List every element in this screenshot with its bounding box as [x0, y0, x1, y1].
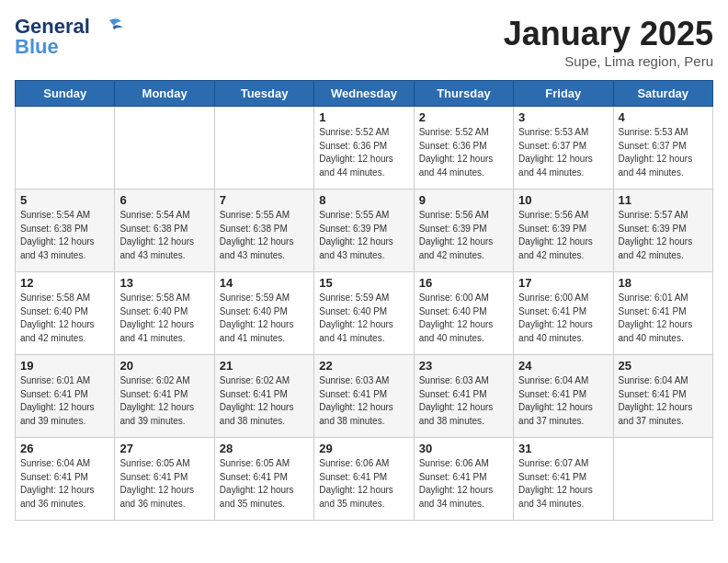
day-info-line: Sunrise: 6:02 AM [220, 374, 309, 388]
day-info-line: Daylight: 12 hours [20, 318, 109, 332]
calendar-cell: 6Sunrise: 5:54 AMSunset: 6:38 PMDaylight… [115, 190, 214, 272]
day-info-line: Daylight: 12 hours [119, 318, 209, 332]
day-info-line: and 42 minutes. [518, 249, 608, 263]
day-content: Sunrise: 6:06 AMSunset: 6:41 PMDaylight:… [419, 457, 508, 511]
day-info-line: and 44 minutes. [518, 167, 608, 180]
day-content: Sunrise: 5:57 AMSunset: 6:39 PMDaylight:… [619, 209, 708, 262]
calendar-cell: 17Sunrise: 6:00 AMSunset: 6:41 PMDayligh… [514, 272, 613, 355]
day-content: Sunrise: 6:00 AMSunset: 6:41 PMDaylight:… [518, 292, 608, 345]
calendar-cell: 12Sunrise: 5:58 AMSunset: 6:40 PMDayligh… [16, 272, 115, 355]
day-number: 5 [20, 193, 109, 207]
day-info-line: and 43 minutes. [319, 249, 408, 263]
day-number: 2 [419, 110, 508, 124]
day-info-line: Sunset: 6:41 PM [119, 388, 209, 402]
calendar-cell: 8Sunrise: 5:55 AMSunset: 6:39 PMDaylight… [314, 190, 414, 272]
day-content: Sunrise: 5:54 AMSunset: 6:38 PMDaylight:… [119, 209, 209, 262]
day-info-line: Daylight: 12 hours [619, 318, 708, 332]
day-content: Sunrise: 6:02 AMSunset: 6:41 PMDaylight:… [119, 374, 209, 428]
day-number: 30 [419, 442, 508, 455]
day-number: 1 [319, 110, 408, 124]
calendar-cell: 3Sunrise: 5:53 AMSunset: 6:37 PMDaylight… [514, 107, 613, 190]
day-info-line: and 40 minutes. [518, 332, 608, 346]
calendar-cell: 28Sunrise: 6:05 AMSunset: 6:41 PMDayligh… [214, 438, 313, 521]
day-info-line: Sunset: 6:40 PM [20, 305, 109, 319]
day-content: Sunrise: 5:52 AMSunset: 6:36 PMDaylight:… [419, 126, 508, 179]
day-number: 8 [319, 193, 408, 207]
day-content: Sunrise: 5:55 AMSunset: 6:38 PMDaylight:… [220, 209, 309, 262]
day-info-line: Sunrise: 5:55 AM [220, 209, 309, 223]
day-content: Sunrise: 5:56 AMSunset: 6:39 PMDaylight:… [518, 209, 608, 262]
logo: General Blue [15, 15, 123, 59]
header-saturday: Saturday [613, 81, 712, 107]
day-content: Sunrise: 5:53 AMSunset: 6:37 PMDaylight:… [619, 126, 708, 179]
calendar-cell: 14Sunrise: 5:59 AMSunset: 6:40 PMDayligh… [214, 272, 313, 355]
day-number: 12 [20, 276, 109, 290]
day-info-line: and 38 minutes. [319, 415, 408, 429]
day-content: Sunrise: 6:03 AMSunset: 6:41 PMDaylight:… [419, 374, 508, 428]
day-content: Sunrise: 5:55 AMSunset: 6:39 PMDaylight:… [319, 209, 408, 262]
day-info-line: Sunrise: 5:53 AM [619, 126, 708, 140]
day-info-line: Sunrise: 5:56 AM [518, 209, 608, 223]
logo-bird-icon [96, 17, 123, 37]
day-content: Sunrise: 5:58 AMSunset: 6:40 PMDaylight:… [119, 292, 209, 345]
day-content: Sunrise: 6:04 AMSunset: 6:41 PMDaylight:… [619, 374, 708, 428]
calendar-cell: 11Sunrise: 5:57 AMSunset: 6:39 PMDayligh… [613, 190, 712, 272]
day-content: Sunrise: 6:01 AMSunset: 6:41 PMDaylight:… [619, 292, 708, 345]
day-info-line: Daylight: 12 hours [419, 236, 508, 249]
day-info-line: Sunset: 6:41 PM [619, 388, 708, 402]
title-section: January 2025 Supe, Lima region, Peru [504, 15, 713, 69]
day-info-line: Sunset: 6:39 PM [419, 223, 508, 236]
day-info-line: Sunset: 6:41 PM [518, 388, 608, 402]
day-info-line: and 40 minutes. [619, 332, 708, 346]
day-info-line: Sunset: 6:41 PM [619, 305, 708, 319]
day-info-line: Daylight: 12 hours [319, 484, 408, 498]
day-number: 27 [119, 442, 209, 455]
header-tuesday: Tuesday [214, 81, 313, 107]
day-info-line: and 39 minutes. [20, 415, 109, 429]
calendar-cell: 10Sunrise: 5:56 AMSunset: 6:39 PMDayligh… [514, 190, 613, 272]
day-info-line: Sunrise: 5:53 AM [518, 126, 608, 140]
calendar-table: SundayMondayTuesdayWednesdayThursdayFrid… [15, 80, 713, 521]
day-number: 25 [619, 359, 708, 373]
day-content: Sunrise: 6:02 AMSunset: 6:41 PMDaylight:… [220, 374, 309, 428]
logo-blue-text: Blue [15, 35, 59, 59]
header-friday: Friday [514, 81, 613, 107]
day-info-line: Sunset: 6:38 PM [220, 223, 309, 236]
calendar-cell: 20Sunrise: 6:02 AMSunset: 6:41 PMDayligh… [115, 355, 214, 438]
day-info-line: Daylight: 12 hours [419, 153, 508, 167]
day-content: Sunrise: 6:04 AMSunset: 6:41 PMDaylight:… [20, 457, 109, 511]
day-info-line: and 36 minutes. [119, 498, 209, 511]
day-info-line: Sunrise: 5:58 AM [20, 292, 109, 305]
day-info-line: and 35 minutes. [319, 498, 408, 511]
day-number: 23 [419, 359, 508, 373]
calendar-cell: 5Sunrise: 5:54 AMSunset: 6:38 PMDaylight… [16, 190, 115, 272]
day-content: Sunrise: 6:06 AMSunset: 6:41 PMDaylight:… [319, 457, 408, 511]
day-number: 31 [518, 442, 608, 455]
day-info-line: Sunrise: 5:56 AM [419, 209, 508, 223]
calendar-cell: 29Sunrise: 6:06 AMSunset: 6:41 PMDayligh… [314, 438, 414, 521]
calendar-cell: 16Sunrise: 6:00 AMSunset: 6:40 PMDayligh… [414, 272, 513, 355]
day-info-line: Sunset: 6:41 PM [419, 471, 508, 485]
day-content: Sunrise: 5:59 AMSunset: 6:40 PMDaylight:… [319, 292, 408, 345]
day-info-line: Sunrise: 6:03 AM [419, 374, 508, 388]
day-info-line: Sunrise: 5:59 AM [319, 292, 408, 305]
day-content: Sunrise: 5:59 AMSunset: 6:40 PMDaylight:… [220, 292, 309, 345]
day-content: Sunrise: 6:07 AMSunset: 6:41 PMDaylight:… [518, 457, 608, 511]
calendar-cell [115, 107, 214, 190]
calendar-week-3: 12Sunrise: 5:58 AMSunset: 6:40 PMDayligh… [16, 272, 713, 355]
day-info-line: Daylight: 12 hours [319, 236, 408, 249]
calendar-cell: 21Sunrise: 6:02 AMSunset: 6:41 PMDayligh… [214, 355, 313, 438]
day-content: Sunrise: 6:05 AMSunset: 6:41 PMDaylight:… [220, 457, 309, 511]
calendar-week-5: 26Sunrise: 6:04 AMSunset: 6:41 PMDayligh… [16, 438, 713, 521]
day-info-line: Daylight: 12 hours [419, 484, 508, 498]
day-info-line: Sunset: 6:41 PM [419, 388, 508, 402]
day-info-line: Daylight: 12 hours [20, 484, 109, 498]
calendar-cell: 9Sunrise: 5:56 AMSunset: 6:39 PMDaylight… [414, 190, 513, 272]
day-info-line: Sunrise: 6:01 AM [619, 292, 708, 305]
day-info-line: and 44 minutes. [619, 167, 708, 180]
day-info-line: Sunset: 6:41 PM [319, 471, 408, 485]
day-info-line: and 34 minutes. [518, 498, 608, 511]
day-info-line: Daylight: 12 hours [518, 153, 608, 167]
day-info-line: and 39 minutes. [119, 415, 209, 429]
calendar-cell: 26Sunrise: 6:04 AMSunset: 6:41 PMDayligh… [16, 438, 115, 521]
